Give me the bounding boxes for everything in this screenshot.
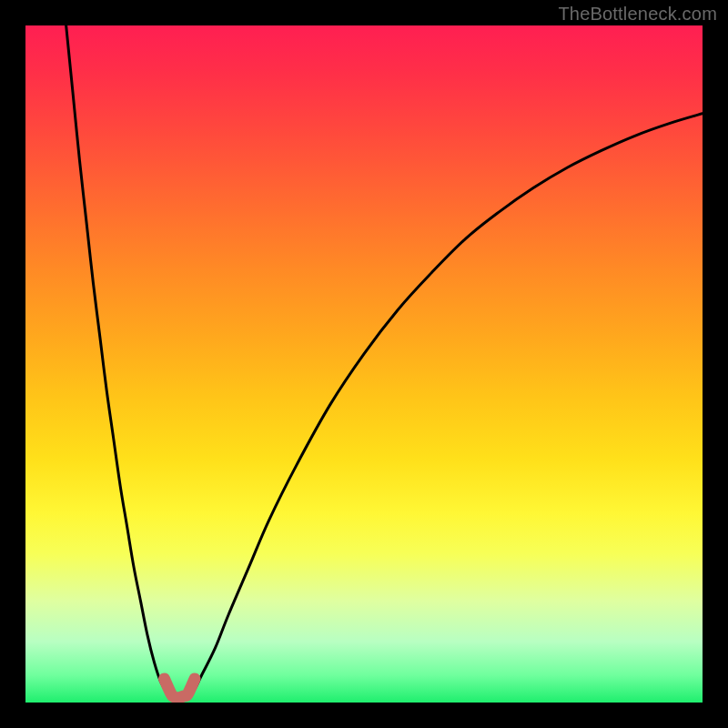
notch-marker bbox=[165, 679, 195, 698]
curve-layer bbox=[25, 25, 703, 703]
plot-area bbox=[25, 25, 703, 703]
curve-right-branch bbox=[188, 114, 703, 696]
watermark-text: TheBottleneck.com bbox=[558, 4, 717, 25]
curve-left-branch bbox=[66, 25, 175, 696]
chart-frame: TheBottleneck.com bbox=[0, 0, 728, 728]
